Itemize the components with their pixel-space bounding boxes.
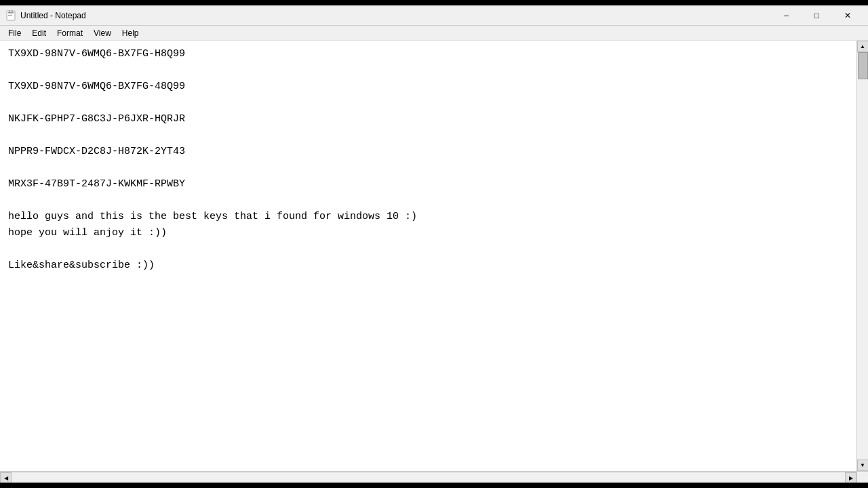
- scroll-right-arrow[interactable]: ▶: [845, 472, 856, 484]
- scroll-track[interactable]: [857, 52, 868, 460]
- top-border: [0, 0, 868, 5]
- content-area: TX9XD-98N7V-6WMQ6-BX7FG-H8Q99 TX9XD-98N7…: [0, 41, 868, 471]
- title-bar-controls: – □ ✕: [771, 5, 863, 26]
- scroll-up-arrow[interactable]: ▲: [857, 41, 869, 52]
- window-title: Untitled - Notepad: [20, 11, 86, 20]
- bottom-border: [0, 483, 868, 488]
- title-bar: Untitled - Notepad – □ ✕: [0, 5, 868, 26]
- svg-rect-3: [8, 15, 12, 16]
- maximize-button[interactable]: □: [802, 5, 832, 26]
- svg-rect-1: [8, 12, 14, 13]
- vertical-scrollbar[interactable]: ▲ ▼: [856, 41, 868, 471]
- svg-rect-2: [8, 14, 14, 14]
- menu-file[interactable]: File: [3, 27, 26, 39]
- menu-bar: FileEditFormatViewHelp: [0, 26, 868, 41]
- text-editor[interactable]: TX9XD-98N7V-6WMQ6-BX7FG-H8Q99 TX9XD-98N7…: [0, 41, 856, 471]
- svg-rect-4: [9, 10, 10, 12]
- notepad-window: Untitled - Notepad – □ ✕ FileEditFormatV…: [0, 0, 868, 488]
- menu-edit[interactable]: Edit: [26, 27, 52, 39]
- close-button[interactable]: ✕: [832, 5, 863, 26]
- minimize-button[interactable]: –: [771, 5, 802, 26]
- scroll-thumb[interactable]: [858, 52, 868, 79]
- scroll-left-arrow[interactable]: ◀: [0, 472, 12, 484]
- scroll-down-arrow[interactable]: ▼: [857, 460, 869, 471]
- title-bar-left: Untitled - Notepad: [5, 10, 86, 21]
- scrollbar-corner: [856, 472, 868, 483]
- horizontal-scrollbar[interactable]: ◀ ▶: [0, 472, 856, 483]
- menu-view[interactable]: View: [88, 27, 117, 39]
- bottom-area: ◀ ▶: [0, 471, 868, 483]
- menu-format[interactable]: Format: [52, 27, 88, 39]
- notepad-icon: [5, 10, 16, 21]
- menu-help[interactable]: Help: [117, 27, 144, 39]
- svg-rect-5: [12, 10, 13, 12]
